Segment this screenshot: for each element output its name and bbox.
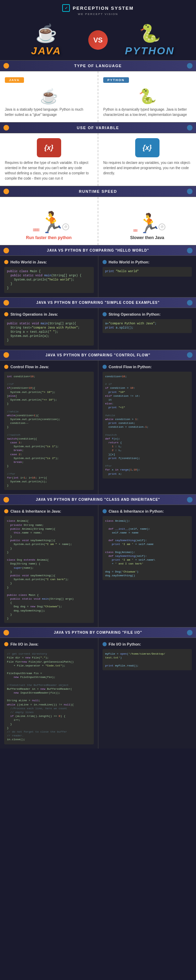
control-flow-content: Control Flow in Java: int condition=10; … bbox=[0, 361, 196, 494]
java-sc-title: String Operations in Java: bbox=[4, 312, 94, 317]
use-of-variable-section: USE OF VARIABLE {x} Requires to define t… bbox=[0, 122, 196, 186]
hello-world-content: Hello World in Java: public class Main {… bbox=[0, 256, 196, 297]
python-fi-title-text: File I/O in Python: bbox=[109, 642, 141, 646]
python-sc-title-text: String Operations in Python: bbox=[109, 312, 161, 317]
java-cf-code-text: int condition=10; //if if(condition>10){… bbox=[7, 374, 91, 487]
python-dot-cf bbox=[187, 352, 193, 358]
python-fi-panel: File I/O in Python: myFile = open('/home… bbox=[98, 638, 196, 748]
python-dot-sc bbox=[187, 300, 193, 305]
java-ci-code-text: class Animal{ private String name; publi… bbox=[7, 519, 91, 620]
python-fi-code-text: myFile = open('/home/simran/Desktop/ tes… bbox=[105, 652, 190, 668]
python-dot-speed bbox=[187, 189, 193, 194]
java-sc-code: public static void main(String[] args){ … bbox=[4, 319, 94, 345]
file-io-content: File I/O in Java: // get current directo… bbox=[0, 638, 196, 748]
runtime-speed-content: ≡≡≡ 🏃 ⏱ Run faster then python ≡≡ 🏃 ⏱ Sl… bbox=[0, 197, 196, 245]
java-lang-block: ☕ JAVA bbox=[7, 23, 85, 57]
java-dot-fi bbox=[3, 630, 9, 635]
python-dot-ci bbox=[187, 497, 193, 503]
java-fi-title-text: File I/O in Java: bbox=[10, 642, 39, 646]
python-ci-code-text: class Animal(): def __init__(self, name)… bbox=[105, 519, 190, 578]
java-hw-title-text: Hello World in Java: bbox=[10, 260, 47, 264]
runtime-speed-title: RUNTIME SPEED bbox=[79, 189, 117, 194]
python-dot-hw bbox=[187, 248, 193, 253]
java-hw-code-text: public class Main { public static void m… bbox=[7, 270, 91, 290]
java-hw-panel: Hello World in Java: public class Main {… bbox=[0, 256, 98, 297]
runtime-speed-section: RUNTIME SPEED ≡≡≡ 🏃 ⏱ Run faster then py… bbox=[0, 186, 196, 245]
python-speed-label: Slower then Java bbox=[103, 235, 191, 240]
brand-name: PERCEPTION SYSTEM bbox=[73, 6, 134, 11]
python-ci-panel: Class & Inheritance in Python: class Ani… bbox=[98, 505, 196, 627]
class-inheritance-title: JAVA VS PYTHON BY COMPARING "CLASS AND I… bbox=[36, 498, 160, 501]
hello-world-header: JAVA VS PYTHON BY COMPARING "HELLO WORLD… bbox=[0, 245, 196, 256]
java-ci-panel: Class & Inheritance in Java: class Anima… bbox=[0, 505, 98, 627]
java-var-icon: {x} bbox=[37, 138, 61, 157]
java-ci-title: Class & Inheritance in Java: bbox=[4, 509, 94, 513]
python-hw-title: Hello World in Python: bbox=[103, 260, 192, 264]
java-fi-code: // get current directory File dir = new … bbox=[4, 649, 94, 744]
brand-icon: ✓ bbox=[62, 4, 70, 12]
python-hw-title-text: Hello World in Python: bbox=[109, 260, 150, 264]
java-type-panel: JAVA ☕ Java is a statically typed langua… bbox=[0, 72, 98, 122]
java-dot-ci bbox=[3, 497, 9, 503]
java-fi-title: File I/O in Java: bbox=[4, 642, 94, 646]
type-of-language-section: TYPE OF LANGUAGE JAVA ☕ Java is a static… bbox=[0, 60, 196, 122]
python-title: PYTHON bbox=[125, 45, 174, 57]
python-dot-fi bbox=[187, 630, 193, 635]
simple-code-section: JAVA VS PYTHON BY COMPARING "SIMPLE CODE… bbox=[0, 297, 196, 349]
simple-code-content: String Operations in Java: public static… bbox=[0, 308, 196, 349]
control-flow-title: JAVA VS PYTHON BY COMPARING "CONTROL FLO… bbox=[46, 353, 150, 357]
java-fi-code-text: // get current directory File dir = new … bbox=[7, 652, 91, 741]
python-fi-code: myFile = open('/home/simran/Desktop/ tes… bbox=[103, 649, 192, 670]
brand: ✓ PERCEPTION SYSTEM bbox=[3, 4, 193, 12]
file-io-title: JAVA VS PYTHON BY COMPARING "FILE I/O" bbox=[54, 631, 142, 635]
vs-section: ☕ JAVA VS 🐍 PYTHON bbox=[0, 18, 196, 60]
java-hw-title: Hello World in Java: bbox=[4, 260, 94, 264]
file-io-header: JAVA VS PYTHON BY COMPARING "FILE I/O" bbox=[0, 627, 196, 638]
control-flow-header: JAVA VS PYTHON BY COMPARING "CONTROL FLO… bbox=[0, 350, 196, 361]
python-fi-title: File I/O in Python: bbox=[103, 642, 192, 646]
java-cf-title: Control Flow in Java: bbox=[4, 365, 94, 369]
vs-circle: VS bbox=[88, 30, 108, 50]
java-var-desc: Requires to define the type of each vari… bbox=[5, 160, 93, 181]
python-dot-header bbox=[187, 63, 193, 68]
python-sc-code: a="compare Python with Java"; print a.sp… bbox=[103, 319, 192, 333]
brand-tagline: WE PERCEPT VISION bbox=[3, 13, 193, 16]
java-cf-panel: Control Flow in Java: int condition=10; … bbox=[0, 361, 98, 494]
python-ci-title-text: Class & Inheritance in Python: bbox=[109, 509, 164, 513]
java-var-panel: {x} Requires to define the type of each … bbox=[0, 133, 98, 186]
java-speed-panel: ≡≡≡ 🏃 ⏱ Run faster then python bbox=[0, 197, 98, 245]
python-cf-code: condition=10; # if if condition > 10: pr… bbox=[103, 372, 192, 479]
java-hw-code: public class Main { public static void m… bbox=[4, 267, 94, 293]
use-of-variable-content: {x} Requires to define the type of each … bbox=[0, 133, 196, 186]
java-dot-header bbox=[3, 63, 9, 68]
class-inheritance-content: Class & Inheritance in Java: class Anima… bbox=[0, 505, 196, 627]
type-of-language-title: TYPE OF LANGUAGE bbox=[74, 64, 122, 68]
runtime-speed-header: RUNTIME SPEED bbox=[0, 186, 196, 197]
python-type-icon: 🐍 bbox=[103, 88, 191, 105]
python-lang-block: 🐍 PYTHON bbox=[111, 23, 189, 57]
java-dot-hw bbox=[3, 248, 9, 253]
class-inheritance-section: JAVA VS PYTHON BY COMPARING "CLASS AND I… bbox=[0, 494, 196, 627]
control-flow-section: JAVA VS PYTHON BY COMPARING "CONTROL FLO… bbox=[0, 350, 196, 494]
use-of-variable-header: USE OF VARIABLE bbox=[0, 122, 196, 133]
java-dot-speed bbox=[3, 189, 9, 194]
python-cf-title: Control Flow in Python: bbox=[103, 365, 192, 369]
python-type-desc: Python is a dynamically typed language. … bbox=[103, 107, 191, 117]
java-cf-title-text: Control Flow in Java: bbox=[10, 365, 49, 369]
python-hw-code-text: print "hello world" bbox=[105, 270, 190, 274]
python-sc-panel: String Operations in Python: a="compare … bbox=[98, 308, 196, 349]
java-title: JAVA bbox=[31, 45, 62, 57]
python-var-icon: {x} bbox=[135, 138, 160, 157]
python-badge: PYTHON bbox=[103, 77, 129, 83]
python-var-desc: No requires to declare any variables, yo… bbox=[103, 160, 191, 176]
java-dot-cf bbox=[3, 352, 9, 358]
python-dot-var bbox=[187, 125, 193, 130]
use-of-variable-title: USE OF VARIABLE bbox=[77, 126, 119, 130]
java-cf-code: int condition=10; //if if(condition>10){… bbox=[4, 372, 94, 490]
java-ci-title-text: Class & Inheritance in Java: bbox=[10, 509, 61, 513]
python-hw-panel: Hello World in Python: print "hello worl… bbox=[98, 256, 196, 297]
hello-world-section: JAVA VS PYTHON BY COMPARING "HELLO WORLD… bbox=[0, 245, 196, 297]
type-of-language-content: JAVA ☕ Java is a statically typed langua… bbox=[0, 72, 196, 122]
python-cf-panel: Control Flow in Python: condition=10; # … bbox=[98, 361, 196, 494]
python-dot-hw-panel bbox=[103, 260, 107, 264]
